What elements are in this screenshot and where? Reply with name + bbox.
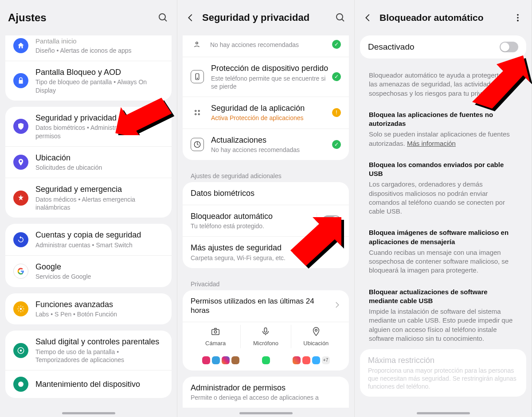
row-advanced-features[interactable]: Funciones avanzadas Labs • S Pen • Botón… (5, 293, 172, 325)
screen-auto-blocker: Bloqueador automático Desactivado Bloque… (355, 0, 532, 417)
svg-point-8 (196, 42, 198, 44)
row-security-status[interactable]: No hay acciones recomendadas ✓ (183, 35, 349, 57)
google-icon (13, 264, 28, 279)
home-indicator (62, 412, 115, 414)
row-app-security[interactable]: Seguridad de la aplicación Activa Protec… (183, 97, 349, 129)
group-wellbeing: Salud digital y controles parentales Tie… (5, 331, 172, 398)
row-title: Mantenimiento del dispositivo (35, 379, 164, 390)
row-sub: Tipo de bloqueo de pantalla • Always On … (35, 78, 164, 94)
row-emergency[interactable]: Seguridad y emergencia Datos médicos • A… (5, 178, 172, 218)
perm-camera[interactable]: Cámara (191, 325, 241, 348)
group-status: No hay acciones recomendadas ✓ Protecció… (183, 35, 349, 160)
row-permission-manager[interactable]: Administrador de permisos Permite o deni… (183, 377, 349, 408)
back-icon[interactable] (363, 12, 373, 23)
toggle-card: Desactivado (360, 35, 526, 58)
more-icon[interactable] (512, 12, 524, 23)
lock-icon (13, 73, 28, 88)
row-more-security[interactable]: Más ajustes de seguridad Carpeta segura,… (183, 237, 349, 268)
row-digital-wellbeing[interactable]: Salud digital y controles parentales Tie… (5, 331, 172, 370)
row-sub: Tu teléfono está protegido. (191, 222, 311, 230)
block-usb-commands: Bloquea los comandos enviados por cable … (360, 154, 526, 222)
row-google[interactable]: Google Servicios de Google (5, 256, 172, 287)
row-permissions-24h[interactable]: Permisos utilizados en las últimas 24 ho… (183, 290, 349, 322)
settings-list: Pantalla inicio Diseño • Alertas de icon… (0, 35, 177, 417)
back-icon[interactable] (185, 12, 196, 23)
row-updates[interactable]: Actualizaciones No hay acciones recomend… (183, 129, 349, 160)
row-sub: Activa Protección de aplicaciones (211, 114, 329, 122)
header: Bloqueador automático (355, 0, 532, 35)
row-security-privacy[interactable]: Seguridad y privacidad Datos biométricos… (5, 107, 172, 147)
max-restriction-card: Máxima restricción Proporciona una mayor… (360, 349, 526, 397)
row-sub: No hay acciones recomendadas (211, 146, 329, 154)
row-title: Administrador de permisos (191, 383, 341, 393)
svg-point-22 (517, 20, 519, 22)
row-sub: Diseño • Alertas de iconos de apps (35, 47, 164, 55)
status-ok-icon: ✓ (332, 72, 341, 81)
row-sub: Permite o deniega el acceso de aplicacio… (191, 394, 341, 401)
row-biometrics[interactable]: Datos biométricos (183, 182, 349, 205)
svg-rect-16 (212, 329, 219, 335)
home-icon (13, 38, 28, 53)
row-title: Pantalla inicio (35, 37, 164, 46)
row-title: Ubicación (35, 153, 164, 163)
info-heading: Bloquear actualizaciones de software med… (369, 288, 517, 306)
more-apps-badge[interactable]: +7 (322, 356, 330, 364)
row-title: Seguridad de la aplicación (211, 103, 329, 113)
svg-point-21 (517, 17, 519, 19)
svg-point-4 (20, 350, 22, 352)
row-title: Funciones avanzadas (35, 300, 164, 310)
page-title: Ajustes (8, 12, 157, 24)
search-icon[interactable] (157, 12, 169, 23)
row-title: Datos biométricos (191, 188, 341, 199)
security-list: No hay acciones recomendadas ✓ Protecció… (177, 35, 354, 417)
block-usb-updates: Bloquear actualizaciones de software med… (360, 281, 526, 350)
perm-microphone[interactable]: Micrófono (241, 325, 291, 348)
row-sub: Solicitudes de ubicación (35, 164, 164, 171)
advanced-icon (13, 301, 28, 316)
more-info-link[interactable]: Más información (407, 140, 456, 147)
auto-blocker-content: Desactivado Bloqueador automático te ayu… (355, 35, 532, 417)
row-home-screen[interactable]: Pantalla inicio Diseño • Alertas de icon… (5, 35, 172, 61)
status-warn-icon: ! (332, 108, 341, 117)
svg-line-7 (342, 19, 344, 21)
header: Ajustes (0, 0, 177, 35)
perm-label: Cámara (192, 340, 239, 347)
row-auto-blocker[interactable]: Bloqueador automático Tu teléfono está p… (183, 205, 349, 237)
row-title: Pantalla Bloqueo y AOD (35, 67, 164, 78)
svg-line-1 (164, 19, 167, 21)
location-pin-icon (311, 327, 321, 336)
row-title: Más ajustes de seguridad (191, 243, 341, 253)
section-header: Privacidad (183, 274, 349, 290)
row-sub: Administrar cuentas • Smart Switch (35, 241, 164, 249)
row-title: Permisos utilizados en las últimas 24 ho… (191, 296, 333, 316)
row-sub: Datos médicos • Alertas emergencia inalá… (35, 195, 164, 211)
search-icon[interactable] (335, 12, 346, 23)
perm-location[interactable]: Ubicación (291, 325, 341, 348)
row-sub: No hay acciones recomendadas (210, 41, 329, 49)
row-device-care[interactable]: Mantenimiento del dispositivo (5, 370, 172, 398)
group-advanced: Funciones avanzadas Labs • S Pen • Botón… (5, 293, 172, 325)
permission-categories: Cámara Micrófono Ubicación (183, 322, 349, 356)
row-sub: Datos biométricos • Administrador de per… (35, 124, 164, 140)
page-title: Bloqueador automático (379, 12, 512, 23)
auto-blocker-toggle[interactable] (322, 215, 341, 226)
update-icon (191, 138, 204, 151)
svg-point-19 (315, 329, 317, 331)
camera-icon (211, 327, 220, 336)
row-lost-device[interactable]: Protección de dispositivo perdido Este t… (183, 57, 349, 97)
apps-icon (191, 106, 204, 119)
row-main-toggle[interactable]: Desactivado (360, 35, 526, 58)
row-accounts-backup[interactable]: Cuentas y copia de seguridad Administrar… (5, 224, 172, 256)
info-body: Cuando recibas un mensaje con una imagen… (369, 249, 509, 274)
wellbeing-icon (13, 343, 28, 358)
row-title: Máxima restricción (368, 355, 518, 366)
row-title: Google (35, 262, 164, 272)
row-lock-aod[interactable]: Pantalla Bloqueo y AOD Tipo de bloqueo d… (5, 61, 172, 101)
row-title: Seguridad y emergencia (35, 184, 164, 195)
home-indicator (239, 412, 293, 414)
svg-point-12 (198, 110, 200, 112)
row-location[interactable]: Ubicación Solicitudes de ubicación (5, 147, 172, 179)
svg-point-0 (159, 14, 165, 20)
main-toggle[interactable] (500, 42, 518, 52)
emergency-icon (13, 191, 28, 206)
